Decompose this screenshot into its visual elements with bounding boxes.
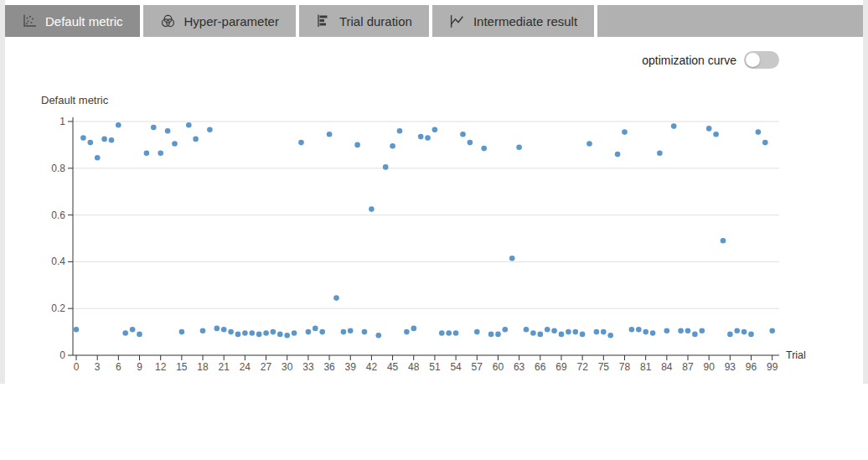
scatter-point[interactable]: [453, 330, 459, 336]
scatter-point[interactable]: [559, 332, 565, 338]
scatter-point[interactable]: [432, 127, 438, 133]
scatter-point[interactable]: [362, 329, 368, 335]
scatter-point[interactable]: [151, 125, 157, 131]
scatter-point[interactable]: [404, 329, 410, 335]
scatter-point[interactable]: [271, 329, 276, 335]
scatter-point[interactable]: [354, 142, 360, 148]
scatter-point[interactable]: [439, 330, 445, 336]
scatter-point[interactable]: [80, 135, 86, 141]
scatter-point[interactable]: [551, 328, 557, 333]
scatter-point[interactable]: [313, 326, 318, 332]
scatter-point[interactable]: [101, 137, 107, 142]
scatter-point[interactable]: [664, 328, 670, 333]
scatter-point[interactable]: [460, 132, 466, 137]
scatter-point[interactable]: [298, 140, 304, 146]
scatter-point[interactable]: [172, 141, 178, 147]
scatter-point[interactable]: [468, 140, 473, 146]
scatter-point[interactable]: [629, 327, 635, 333]
scatter-point[interactable]: [341, 329, 347, 335]
scatter-point[interactable]: [186, 122, 192, 128]
scatter-point[interactable]: [74, 327, 80, 333]
scatter-point[interactable]: [411, 326, 417, 332]
scatter-point[interactable]: [193, 137, 199, 142]
scatter-point[interactable]: [235, 332, 241, 338]
scatter-point[interactable]: [95, 155, 101, 161]
scatter-point[interactable]: [721, 238, 726, 244]
scatter-point[interactable]: [650, 330, 656, 336]
scatter-point[interactable]: [524, 327, 530, 333]
scatter-point[interactable]: [109, 137, 115, 143]
scatter-point[interactable]: [348, 328, 354, 333]
scatter-point[interactable]: [137, 332, 142, 338]
scatter-point[interactable]: [256, 332, 262, 338]
scatter-point[interactable]: [130, 327, 136, 333]
scatter-point[interactable]: [228, 329, 234, 335]
scatter-point[interactable]: [706, 126, 712, 132]
scatter-point[interactable]: [481, 146, 487, 152]
scatter-point[interactable]: [700, 328, 705, 333]
scatter-point[interactable]: [713, 132, 719, 137]
scatter-point[interactable]: [580, 332, 586, 338]
scatter-point[interactable]: [122, 330, 128, 336]
scatter-point[interactable]: [306, 329, 312, 335]
scatter-point[interactable]: [369, 206, 375, 212]
scatter-point[interactable]: [488, 332, 494, 338]
scatter-point[interactable]: [116, 122, 121, 128]
scatter-point[interactable]: [762, 140, 768, 146]
scatter-point[interactable]: [566, 329, 571, 335]
scatter-point[interactable]: [376, 333, 382, 339]
scatter-point[interactable]: [250, 330, 256, 336]
scatter-point[interactable]: [214, 326, 220, 332]
scatter-point[interactable]: [207, 127, 213, 133]
scatter-point[interactable]: [643, 329, 648, 335]
scatter-point[interactable]: [165, 128, 171, 134]
scatter-point[interactable]: [292, 330, 297, 336]
scatter-point[interactable]: [545, 327, 550, 333]
scatter-point[interactable]: [530, 330, 536, 336]
scatter-point[interactable]: [586, 141, 592, 147]
scatter-point[interactable]: [144, 150, 150, 156]
scatter-point[interactable]: [573, 329, 579, 335]
scatter-point[interactable]: [425, 135, 431, 141]
scatter-point[interactable]: [769, 328, 775, 333]
scatter-point[interactable]: [741, 329, 747, 335]
scatter-point[interactable]: [446, 330, 452, 336]
scatter-point[interactable]: [179, 329, 185, 335]
scatter-point[interactable]: [622, 129, 628, 135]
scatter-point[interactable]: [734, 328, 740, 333]
scatter-point[interactable]: [333, 295, 339, 301]
scatter-point[interactable]: [538, 332, 544, 338]
scatter-point[interactable]: [503, 327, 509, 333]
scatter-point[interactable]: [284, 333, 290, 339]
scatter-point[interactable]: [397, 128, 403, 134]
scatter-point[interactable]: [756, 129, 762, 135]
scatter-point[interactable]: [474, 329, 480, 335]
scatter-point[interactable]: [200, 328, 206, 333]
scatter-point[interactable]: [594, 329, 600, 335]
scatter-point[interactable]: [277, 332, 283, 338]
scatter-point[interactable]: [692, 332, 698, 338]
scatter-point[interactable]: [607, 333, 613, 339]
scatter-point[interactable]: [685, 328, 691, 333]
scatter-point[interactable]: [516, 144, 522, 150]
scatter-point[interactable]: [319, 329, 325, 335]
scatter-point[interactable]: [636, 327, 642, 333]
scatter-point[interactable]: [88, 140, 94, 146]
scatter-point[interactable]: [418, 134, 424, 140]
scatter-point[interactable]: [242, 330, 248, 336]
scatter-point[interactable]: [390, 143, 395, 149]
scatter-point[interactable]: [383, 164, 389, 170]
scatter-point[interactable]: [671, 123, 677, 129]
scatter-point[interactable]: [509, 256, 515, 261]
scatter-point[interactable]: [327, 132, 333, 137]
scatter-point[interactable]: [263, 330, 269, 336]
scatter-point[interactable]: [495, 332, 501, 338]
scatter-point[interactable]: [158, 150, 163, 156]
scatter-point[interactable]: [727, 332, 733, 338]
scatter-point[interactable]: [657, 150, 663, 156]
scatter-point[interactable]: [601, 329, 607, 335]
scatter-point[interactable]: [748, 332, 754, 338]
scatter-point[interactable]: [615, 152, 621, 158]
scatter-point[interactable]: [678, 328, 684, 333]
scatter-point[interactable]: [221, 327, 227, 333]
